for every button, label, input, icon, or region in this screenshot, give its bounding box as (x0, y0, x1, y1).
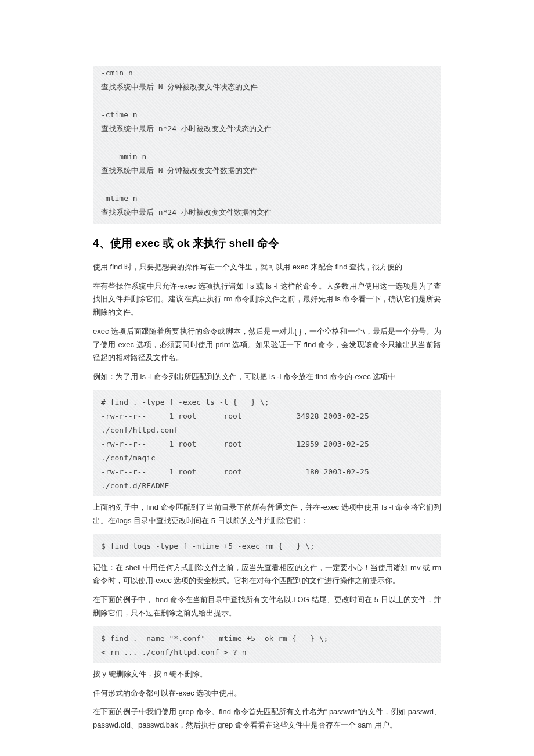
code-block-time-options: -cmin n 查找系统中最后 N 分钟被改变文件状态的文件 -ctime n … (93, 66, 441, 224)
paragraph-any-command: 任何形式的命令都可以在-exec 选项中使用。 (93, 687, 441, 700)
paragraph-warning: 记住：在 shell 中用任何方式删除文件之前，应当先查看相应的文件，一定要小心… (93, 561, 441, 588)
paragraph-yn: 按 y 键删除文件，按 n 键不删除。 (93, 668, 441, 681)
code-block-find-rm: $ find logs -type f -mtime +5 -exec rm {… (93, 534, 441, 557)
paragraph-exec-syntax: exec 选项后面跟随着所要执行的命令或脚本，然后是一对儿{ }，一个空格和一个… (93, 325, 441, 365)
section-heading-exec: 4、使用 exec 或 ok 来执行 shell 命令 (93, 234, 441, 253)
code-block-find-ls: # find . -type f -exec ls -l { } \; -rw-… (93, 390, 441, 496)
code-block-find-ok: $ find . -name "*.conf" -mtime +5 -ok rm… (93, 626, 441, 663)
paragraph-intro: 使用 find 时，只要把想要的操作写在一个文件里，就可以用 exec 来配合 … (93, 261, 441, 274)
paragraph-ok-example: 在下面的例子中， find 命令在当前目录中查找所有文件名以.LOG 结尾、更改… (93, 593, 441, 620)
paragraph-example-ls: 例如：为了用 ls -l 命令列出所匹配到的文件，可以把 ls -l 命令放在 … (93, 370, 441, 384)
paragraph-explain-logs: 上面的例子中，find 命令匹配到了当前目录下的所有普通文件，并在-exec 选… (93, 501, 441, 528)
paragraph-exec-restriction: 在有些操作系统中只允许-exec 选项执行诸如 l s 或 ls -l 这样的命… (93, 280, 441, 319)
paragraph-grep-example: 在下面的例子中我们使用 grep 命令。find 命令首先匹配所有文件名为“ p… (93, 705, 441, 732)
page-container: -cmin n 查找系统中最后 N 分钟被改变文件状态的文件 -ctime n … (0, 0, 534, 756)
